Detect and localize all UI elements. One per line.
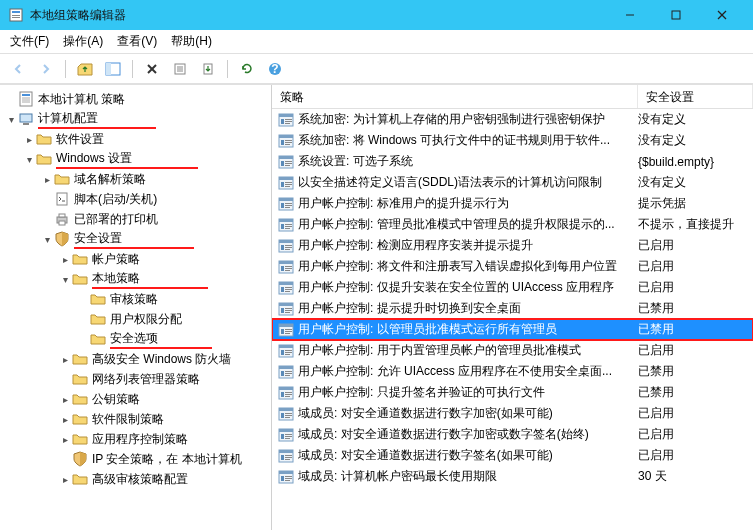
- twisty-icon[interactable]: ▾: [58, 274, 72, 285]
- tree-account-policies[interactable]: ▸帐户策略: [0, 249, 271, 269]
- menu-view[interactable]: 查看(V): [117, 33, 157, 50]
- export-list-button[interactable]: [196, 57, 220, 81]
- help-button[interactable]: ?: [263, 57, 287, 81]
- svg-rect-117: [285, 413, 292, 414]
- policy-row[interactable]: 用户帐户控制: 用于内置管理员帐户的管理员批准模式已启用: [272, 340, 753, 361]
- tree-node-label: 计算机配置: [38, 110, 156, 129]
- twisty-icon[interactable]: ▸: [58, 434, 72, 445]
- column-policy[interactable]: 策略: [272, 85, 638, 108]
- svg-rect-86: [281, 308, 284, 313]
- policy-row[interactable]: 用户帐户控制: 检测应用程序安装并提示提升已启用: [272, 235, 753, 256]
- policy-setting: 已启用: [638, 258, 753, 275]
- show-hide-tree-button[interactable]: [101, 57, 125, 81]
- tree-scripts[interactable]: 脚本(启动/关机): [0, 189, 271, 209]
- policy-row[interactable]: 用户帐户控制: 管理员批准模式中管理员的提升权限提示的...不提示，直接提升: [272, 214, 753, 235]
- svg-rect-130: [285, 457, 292, 458]
- tree-node-label: 软件设置: [56, 131, 104, 148]
- policy-row[interactable]: 域成员: 对安全通道数据进行数字加密或数字签名(始终)已启用: [272, 424, 753, 445]
- back-button[interactable]: [6, 57, 30, 81]
- tree-ip-security[interactable]: IP 安全策略，在 本地计算机: [0, 449, 271, 469]
- up-folder-button[interactable]: [73, 57, 97, 81]
- window-title: 本地组策略编辑器: [30, 7, 607, 24]
- policy-setting: 没有定义: [638, 111, 753, 128]
- twisty-icon[interactable]: ▸: [58, 254, 72, 265]
- svg-rect-89: [285, 312, 290, 313]
- policy-row[interactable]: 域成员: 计算机帐户密码最长使用期限30 天: [272, 466, 753, 487]
- tree-root-node[interactable]: 本地计算机 策略: [0, 89, 271, 109]
- tree-scripts-icon: [54, 191, 70, 207]
- tree-security-settings[interactable]: ▾安全设置: [0, 229, 271, 249]
- properties-button[interactable]: [168, 57, 192, 81]
- twisty-icon[interactable]: ▾: [22, 154, 36, 165]
- svg-rect-2: [12, 15, 20, 16]
- tree-software-restrict[interactable]: ▸软件限制策略: [0, 409, 271, 429]
- tree-adv-audit[interactable]: ▸高级审核策略配置: [0, 469, 271, 489]
- policy-name: 用户帐户控制: 提示提升时切换到安全桌面: [298, 300, 638, 317]
- policy-name: 系统设置: 可选子系统: [298, 153, 638, 170]
- policy-row[interactable]: 域成员: 对安全通道数据进行数字签名(如果可能)已启用: [272, 445, 753, 466]
- svg-rect-65: [285, 228, 290, 229]
- tree-windows-settings[interactable]: ▾Windows 设置: [0, 149, 271, 169]
- forward-button[interactable]: [34, 57, 58, 81]
- tree-software-settings[interactable]: ▸软件设置: [0, 129, 271, 149]
- policy-row[interactable]: 域成员: 对安全通道数据进行数字加密(如果可能)已启用: [272, 403, 753, 424]
- policy-name: 用户帐户控制: 管理员批准模式中管理员的提升权限提示的...: [298, 216, 638, 233]
- tree-node-label: 审核策略: [110, 291, 158, 308]
- policy-name: 用户帐户控制: 允许 UIAccess 应用程序在不使用安全桌面...: [298, 363, 638, 380]
- menu-help[interactable]: 帮助(H): [171, 33, 212, 50]
- policy-name: 用户帐户控制: 检测应用程序安装并提示提升: [298, 237, 638, 254]
- policy-row[interactable]: 用户帐户控制: 允许 UIAccess 应用程序在不使用安全桌面...已禁用: [272, 361, 753, 382]
- maximize-button[interactable]: [653, 0, 699, 30]
- policy-row[interactable]: 用户帐户控制: 提示提升时切换到安全桌面已禁用: [272, 298, 753, 319]
- policy-setting: 没有定义: [638, 174, 753, 191]
- twisty-icon[interactable]: ▸: [58, 354, 72, 365]
- tree-software-settings-icon: [36, 131, 52, 147]
- tree-node-label: 本地计算机 策略: [38, 91, 125, 108]
- policy-row[interactable]: 用户帐户控制: 标准用户的提升提示行为提示凭据: [272, 193, 753, 214]
- column-setting[interactable]: 安全设置: [638, 85, 753, 108]
- twisty-icon[interactable]: ▸: [58, 414, 72, 425]
- minimize-button[interactable]: [607, 0, 653, 30]
- close-button[interactable]: [699, 0, 745, 30]
- twisty-icon[interactable]: ▾: [40, 234, 54, 245]
- tree-security-options-icon: [90, 331, 106, 347]
- tree-deployed-printers[interactable]: 已部署的打印机: [0, 209, 271, 229]
- twisty-icon[interactable]: ▸: [58, 394, 72, 405]
- policy-row[interactable]: 系统加密: 为计算机上存储的用户密钥强制进行强密钥保护没有定义: [272, 109, 753, 130]
- svg-rect-38: [281, 140, 284, 145]
- policy-row[interactable]: 用户帐户控制: 仅提升安装在安全位置的 UIAccess 应用程序已启用: [272, 277, 753, 298]
- svg-rect-71: [285, 249, 290, 250]
- policy-row[interactable]: 系统加密: 将 Windows 可执行文件中的证书规则用于软件...没有定义: [272, 130, 753, 151]
- tree-pane[interactable]: 本地计算机 策略▾计算机配置▸软件设置▾Windows 设置▸域名解析策略脚本(…: [0, 85, 272, 530]
- tree-security-options[interactable]: 安全选项: [0, 329, 271, 349]
- tree-app-control[interactable]: ▸应用程序控制策略: [0, 429, 271, 449]
- policy-row[interactable]: 用户帐户控制: 只提升签名并验证的可执行文件已禁用: [272, 382, 753, 403]
- tree-local-policies[interactable]: ▾本地策略: [0, 269, 271, 289]
- policy-row[interactable]: 系统设置: 可选子系统{$build.empty}: [272, 151, 753, 172]
- tree-computer-config[interactable]: ▾计算机配置: [0, 109, 271, 129]
- svg-rect-59: [285, 207, 290, 208]
- policy-name: 以安全描述符定义语言(SDDL)语法表示的计算机访问限制: [298, 174, 638, 191]
- delete-button[interactable]: [140, 57, 164, 81]
- svg-rect-9: [106, 63, 111, 75]
- tree-node-label: Windows 设置: [56, 150, 198, 169]
- twisty-icon[interactable]: ▸: [40, 174, 54, 185]
- menu-action[interactable]: 操作(A): [63, 33, 103, 50]
- policy-row[interactable]: 用户帐户控制: 以管理员批准模式运行所有管理员已禁用: [272, 319, 753, 340]
- menu-file[interactable]: 文件(F): [10, 33, 49, 50]
- twisty-icon[interactable]: ▸: [22, 134, 36, 145]
- tree-public-key[interactable]: ▸公钥策略: [0, 389, 271, 409]
- tree-user-rights[interactable]: 用户权限分配: [0, 309, 271, 329]
- svg-rect-92: [281, 329, 284, 334]
- tree-dns-policy[interactable]: ▸域名解析策略: [0, 169, 271, 189]
- twisty-icon[interactable]: ▸: [58, 474, 72, 485]
- policy-row[interactable]: 用户帐户控制: 将文件和注册表写入错误虚拟化到每用户位置已启用: [272, 256, 753, 277]
- twisty-icon[interactable]: ▾: [4, 114, 18, 125]
- list-pane[interactable]: 策略 安全设置 系统加密: 为计算机上存储的用户密钥强制进行强密钥保护没有定义系…: [272, 85, 753, 530]
- policy-row[interactable]: 以安全描述符定义语言(SDDL)语法表示的计算机访问限制没有定义: [272, 172, 753, 193]
- tree-audit-policy[interactable]: 审核策略: [0, 289, 271, 309]
- refresh-button[interactable]: [235, 57, 259, 81]
- tree-node-label: 帐户策略: [92, 251, 140, 268]
- tree-adv-firewall[interactable]: ▸高级安全 Windows 防火墙: [0, 349, 271, 369]
- tree-network-list[interactable]: 网络列表管理器策略: [0, 369, 271, 389]
